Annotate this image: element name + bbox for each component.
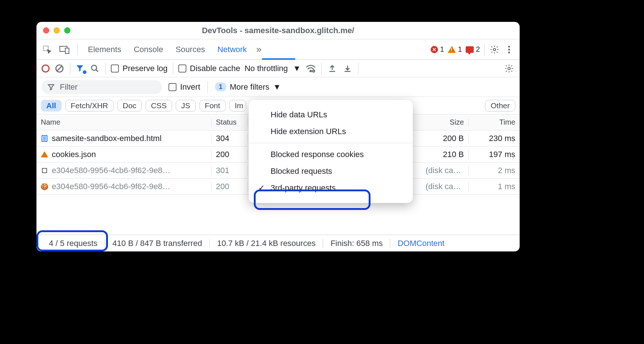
issues-count[interactable]: 2 [466,45,480,54]
chevron-down-icon: ▼ [273,82,281,92]
col-time[interactable]: Time [469,118,520,126]
divider [321,63,322,74]
status-finish: Finish: 658 ms [323,239,390,248]
checkbox-icon [111,64,119,73]
request-name: e304e580-9956-4cb6-9f62-9e8… [52,166,170,175]
status-domcontentloaded[interactable]: DOMContent [390,239,451,248]
request-name: samesite-sandbox-embed.html [52,134,162,143]
svg-point-12 [313,70,315,72]
status-requests: 4 / 5 requests [42,239,105,248]
checkbox-icon [178,64,186,73]
col-size[interactable]: Size [421,118,469,126]
status-transferred: 410 B / 847 B transferred [105,239,210,248]
chip-js[interactable]: JS [176,100,196,112]
tab-sources[interactable]: Sources [172,45,208,54]
divider [70,63,70,74]
request-name: cookies.json [52,150,96,159]
divider [77,44,78,55]
request-status: 304 [212,134,248,143]
request-time: 197 ms [469,150,520,159]
error-icon: ✕ [431,46,438,53]
tab-network[interactable]: Network [214,45,250,54]
svg-point-4 [508,46,510,47]
svg-line-8 [57,66,62,71]
main-tabs-bar: Elements Console Sources Network » ✕ 1 1… [36,39,520,60]
request-size: 200 B [421,134,469,143]
active-tab-indicator [262,58,295,60]
filter-input[interactable]: Filter [42,80,162,94]
col-status[interactable]: Status [212,118,248,126]
disable-cache-label: Disable cache [190,64,240,73]
throttling-dropdown[interactable]: No throttling ▼ [245,64,301,73]
tab-elements[interactable]: Elements [85,45,124,54]
filter-toggle-icon[interactable] [75,64,85,73]
window-controls [43,27,70,34]
devtools-window: DevTools - samesite-sandbox.glitch.me/ E… [36,22,520,251]
popup-blocked-response-cookies[interactable]: Blocked response cookies [249,146,413,163]
inspect-element-icon[interactable] [42,44,53,55]
warning-count[interactable]: 1 [448,45,462,54]
preserve-log-label: Preserve log [123,64,168,73]
upload-har-icon[interactable] [327,63,338,74]
issues-count-value: 2 [476,45,480,54]
clear-icon[interactable] [54,63,65,74]
minimize-window-button[interactable] [54,27,60,34]
more-filters-popup: Hide data URLs Hide extension URLs Block… [249,100,413,203]
titlebar: DevTools - samesite-sandbox.glitch.me/ [36,22,520,39]
svg-point-13 [508,67,511,70]
request-time: 1 ms [469,182,520,191]
request-status: 200 [212,182,248,191]
chip-font[interactable]: Font [199,100,226,112]
kebab-menu-icon[interactable] [504,44,515,55]
funnel-icon [47,83,55,91]
svg-point-6 [508,51,510,53]
settings-gear-icon[interactable] [489,44,500,55]
filter-placeholder: Filter [60,82,78,92]
generic-file-icon [41,167,48,174]
close-window-button[interactable] [43,27,49,34]
warning-icon [448,46,456,53]
zoom-window-button[interactable] [64,27,70,34]
disable-cache-checkbox[interactable]: Disable cache [178,64,240,73]
request-status: 301 [212,166,248,175]
network-conditions-icon[interactable] [305,63,316,74]
search-icon[interactable] [89,63,100,74]
popup-blocked-requests[interactable]: Blocked requests [249,163,413,180]
svg-point-9 [92,65,97,70]
more-tabs-chevron-icon[interactable]: » [256,44,261,55]
request-size: (disk ca… [421,182,469,191]
network-settings-gear-icon[interactable] [504,63,515,74]
chip-doc[interactable]: Doc [117,100,142,112]
status-resources: 10.7 kB / 21.4 kB resources [210,239,323,248]
divider [484,44,485,55]
svg-rect-2 [65,48,69,54]
issues-icon [466,46,474,53]
checkbox-icon [168,83,176,91]
tab-console[interactable]: Console [131,45,166,54]
divider [358,63,358,74]
more-filters-dropdown[interactable]: 1 More filters ▼ [215,82,281,92]
chip-css[interactable]: CSS [146,100,172,112]
col-name[interactable]: Name [36,118,212,126]
popup-3rd-party-requests[interactable]: 3rd-party requests [249,180,413,196]
download-har-icon[interactable] [342,63,353,74]
warning-count-value: 1 [458,45,462,54]
error-count[interactable]: ✕ 1 [431,45,444,54]
device-toolbar-icon[interactable] [59,44,70,55]
more-filters-label: More filters [230,82,269,92]
chevron-down-icon: ▼ [293,64,301,73]
chip-img[interactable]: Im [229,100,246,112]
window-title: DevTools - samesite-sandbox.glitch.me/ [36,26,520,35]
svg-point-5 [508,48,510,50]
chip-all[interactable]: All [41,100,62,112]
popup-hide-data-urls[interactable]: Hide data URLs [249,106,413,123]
svg-point-3 [493,48,496,51]
invert-checkbox[interactable]: Invert [168,82,200,92]
popup-hide-extension-urls[interactable]: Hide extension URLs [249,123,413,140]
chip-other[interactable]: Other [485,100,515,112]
record-button[interactable] [42,64,50,73]
status-bar: 4 / 5 requests 410 B / 847 B transferred… [36,235,520,251]
preserve-log-checkbox[interactable]: Preserve log [111,64,168,73]
chip-fetch-xhr[interactable]: Fetch/XHR [65,100,114,112]
request-size: (disk ca… [421,166,469,175]
